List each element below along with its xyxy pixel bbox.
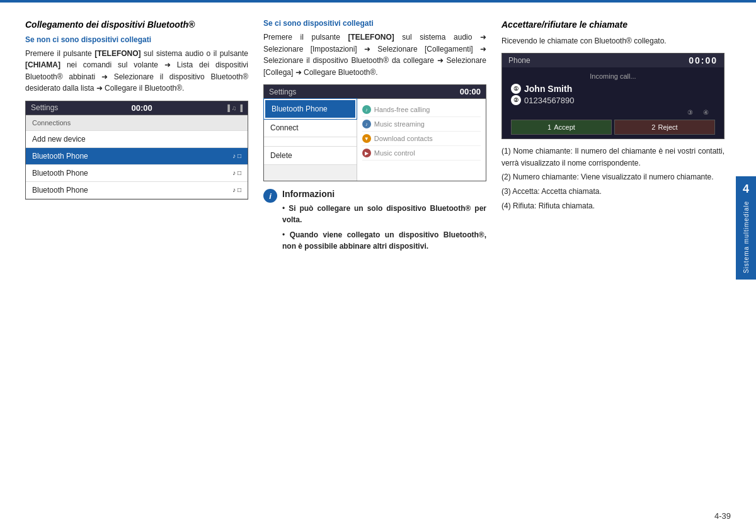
screen2-title: Settings: [269, 88, 296, 96]
col1-body-text: Premere il pulsante [TELEFONO] sul siste…: [25, 48, 248, 94]
hands-free-icon: ♪: [362, 105, 371, 114]
phone-actions: 1 Accept 2 Reject: [511, 120, 715, 135]
reject-label: Reject: [658, 123, 677, 131]
screen1-row-bt3-icons: ♪ □: [232, 186, 241, 193]
phone-time: 00:00: [689, 55, 718, 65]
reject-num: 2: [651, 123, 655, 131]
feature-hands-free-label: Hands-free calling: [374, 106, 430, 113]
screen1-header: Settings 00:00 ▐ ♫ ▐: [26, 101, 248, 115]
ann-4: ④: [703, 109, 709, 116]
page-number: 4-39: [714, 511, 731, 521]
column-2: Se ci sono dispositivi collegati Premere…: [263, 19, 486, 507]
screen1-icons: ▐ ♫ ▐: [226, 105, 243, 111]
info-title: Informazioni: [282, 189, 335, 199]
accept-label: Accept: [554, 123, 575, 131]
music-stream-icon: ♪: [362, 120, 371, 128]
screen2-spacer: [264, 137, 357, 147]
annotation-row: ③ ④: [511, 109, 715, 116]
screen1-row-connections: Connections: [26, 115, 248, 131]
main-content: Collegamento dei dispositivi Bluetooth® …: [25, 19, 724, 507]
info-icon: i: [263, 189, 277, 203]
numbered-item-2: (2) Numero chiamante: Viene visualizzato…: [501, 171, 724, 183]
screen2-body: Bluetooth Phone Connect Delete ♪ Hands-f…: [264, 99, 486, 181]
phone-title: Phone: [508, 56, 530, 65]
screen2-bt-phone-item: Bluetooth Phone: [264, 99, 357, 119]
col2-body-text: Premere il pulsante [TELEFONO] sul siste…: [263, 31, 486, 78]
col1-section-title: Collegamento dei dispositivi Bluetooth®: [25, 19, 248, 31]
screen1-row-bt1: Bluetooth Phone ♪ □: [26, 148, 248, 165]
screen2-right-panel: ♪ Hands-free calling ♪ Music streaming ▼…: [357, 99, 486, 181]
screen2-header: Settings 00:00: [264, 85, 486, 99]
download-contacts-icon: ▼: [362, 134, 371, 143]
numbered-item-3: (3) Accetta: Accetta chiamata.: [501, 186, 724, 198]
caller-number-row: ② 01234567890: [511, 95, 715, 105]
screen2-left-panel: Bluetooth Phone Connect Delete: [264, 99, 357, 181]
col2-subtitle: Se ci sono dispositivi collegati: [263, 19, 486, 28]
chapter-label: Sistema multimediale: [743, 201, 750, 273]
col3-section-title: Accettare/rifiutare le chiamate: [501, 19, 724, 31]
settings-screen-2: Settings 00:00 Bluetooth Phone Connect D…: [263, 84, 486, 181]
incoming-label: Incoming call...: [511, 72, 715, 80]
caller-number-text: 01234567890: [524, 96, 575, 105]
caller-name-text: John Smith: [524, 84, 572, 94]
ann-3: ③: [687, 109, 693, 116]
bullet-item-1: Si può collegare un solo dispositivo Blu…: [282, 203, 486, 225]
col1-subtitle: Se non ci sono dispositivi collegati: [25, 35, 248, 44]
screen1-row-bt2: Bluetooth Phone ♪ □: [26, 165, 248, 182]
bullet-item-2: Quando viene collegato un dispositivo Bl…: [282, 229, 486, 252]
feature-music-stream: ♪ Music streaming: [362, 117, 481, 132]
circle-1: ①: [511, 84, 521, 94]
settings-screen-1: Settings 00:00 ▐ ♫ ▐ Connections Add new…: [25, 101, 248, 200]
column-3: Accettare/rifiutare le chiamate Ricevend…: [501, 19, 724, 507]
music-control-icon: ▶: [362, 149, 371, 157]
screen1-row-bt3: Bluetooth Phone ♪ □: [26, 182, 248, 199]
top-accent-line: [0, 0, 756, 3]
phone-header: Phone 00:00: [502, 54, 724, 67]
accept-num: 1: [547, 123, 551, 131]
feature-music-stream-label: Music streaming: [374, 120, 425, 128]
screen1-row-bt2-icons: ♪ □: [232, 169, 241, 176]
screen1-row-add-device: Add new device: [26, 131, 248, 148]
screen1-title: Settings: [31, 103, 58, 112]
feature-music-control-label: Music control: [374, 149, 415, 157]
screen1-body: Connections Add new device Bluetooth Pho…: [26, 115, 248, 199]
sidebar-tab: 4 Sistema multimediale: [736, 176, 756, 280]
phone-body: Incoming call... ① John Smith ② 01234567…: [502, 67, 724, 139]
phone-screen: Phone 00:00 Incoming call... ① John Smit…: [501, 53, 724, 139]
caller-info: ① John Smith ② 01234567890: [511, 84, 715, 105]
info-box: i Informazioni Si può collegare un solo …: [263, 189, 486, 256]
accept-button[interactable]: 1 Accept: [511, 120, 612, 135]
column-1: Collegamento dei dispositivi Bluetooth® …: [25, 19, 248, 507]
feature-music-control: ▶ Music control: [362, 146, 481, 161]
bullet-list: Si può collegare un solo dispositivo Blu…: [282, 203, 486, 252]
numbered-item-1: (1) Nome chiamante: Il numero del chiama…: [501, 145, 724, 169]
screen2-delete-item: Delete: [264, 147, 357, 165]
screen1-time: 00:00: [131, 103, 152, 113]
chapter-number: 4: [743, 183, 749, 196]
feature-download-contacts: ▼ Download contacts: [362, 132, 481, 146]
numbered-item-4: (4) Rifiuta: Rifiuta chiamata.: [501, 200, 724, 212]
feature-hands-free: ♪ Hands-free calling: [362, 103, 481, 117]
feature-download-contacts-label: Download contacts: [374, 135, 433, 142]
screen1-row-bt1-icons: ♪ □: [232, 152, 241, 159]
col3-body-intro: Ricevendo le chiamate con Bluetooth® col…: [501, 35, 724, 47]
screen2-time: 00:00: [460, 87, 481, 96]
reject-button[interactable]: 2 Reject: [614, 120, 715, 135]
circle-2: ②: [511, 95, 521, 105]
numbered-list: (1) Nome chiamante: Il numero del chiama…: [501, 145, 724, 212]
screen2-connect-item: Connect: [264, 119, 357, 137]
caller-name-row: ① John Smith: [511, 84, 715, 94]
